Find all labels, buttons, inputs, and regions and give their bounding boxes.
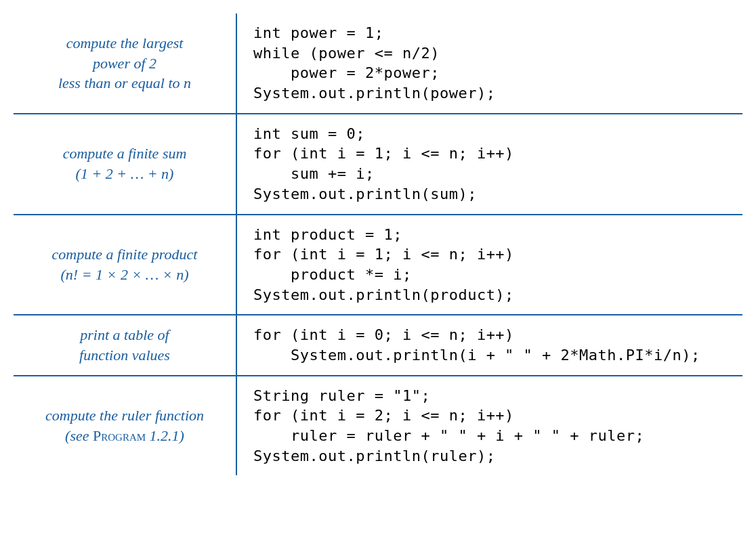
row-code: String ruler = "1"; for (int i = 2; i <=… <box>236 376 742 476</box>
row-description: compute a finite sum(1 + 2 + … + n) <box>14 114 236 215</box>
table-row: compute the largestpower of 2less than o… <box>14 14 742 114</box>
table-row: compute the ruler function(see Program 1… <box>14 376 742 476</box>
row-code: int sum = 0; for (int i = 1; i <= n; i++… <box>236 114 742 215</box>
row-code: int power = 1; while (power <= n/2) powe… <box>236 14 742 114</box>
row-description: print a table offunction values <box>14 315 236 375</box>
row-code: for (int i = 0; i <= n; i++) System.out.… <box>236 315 742 375</box>
table-row: print a table offunction values for (int… <box>14 315 742 375</box>
row-description: compute the ruler function(see Program 1… <box>14 376 236 476</box>
table-row: compute a finite sum(1 + 2 + … + n) int … <box>14 114 742 215</box>
row-description: compute a finite product(n! = 1 × 2 × … … <box>14 215 236 315</box>
row-description: compute the largestpower of 2less than o… <box>14 14 236 114</box>
code-examples-table: compute the largestpower of 2less than o… <box>14 14 742 475</box>
table-row: compute a finite product(n! = 1 × 2 × … … <box>14 215 742 315</box>
row-code: int product = 1; for (int i = 1; i <= n;… <box>236 215 742 315</box>
